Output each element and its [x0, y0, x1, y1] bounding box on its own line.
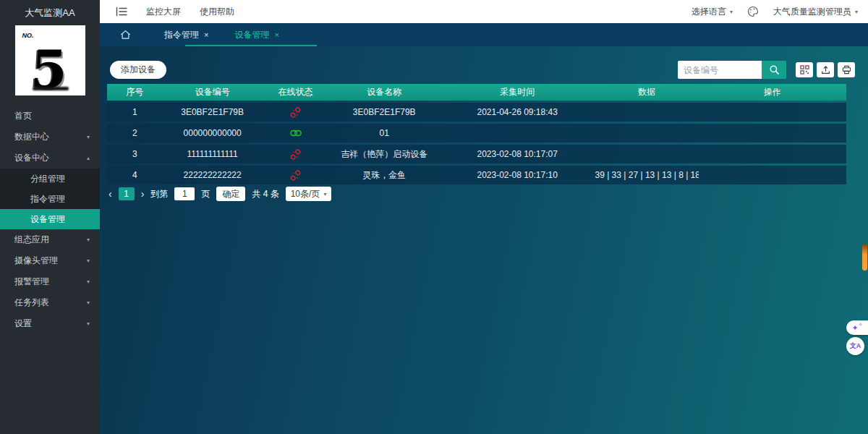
main-content: 添加设备 [100, 46, 868, 434]
nav-help[interactable]: 使用帮助 [200, 6, 234, 18]
row-index: 4 [107, 170, 163, 180]
theme-palette-icon[interactable] [747, 6, 759, 17]
sidebar: 大气监测AA NO. 5 首页 数据中心 ▾ 设备中心 ▴ 分组管理 指令管理 … [0, 0, 100, 434]
goto-label-suffix: 页 [201, 188, 210, 200]
home-icon[interactable] [120, 30, 131, 40]
pagination: ‹ 1 › 到第 页 确定 共 4 条 10条/页 ▾ [109, 187, 331, 201]
user-menu[interactable]: 大气质量监测管理员 ▾ [773, 6, 858, 18]
chevron-down-icon: ▾ [730, 9, 733, 15]
offline-icon [263, 149, 329, 160]
sidebar-item-camera-management[interactable]: 摄像头管理 ▾ [0, 250, 100, 271]
logo: NO. 5 [15, 25, 85, 95]
qr-code-button[interactable] [796, 62, 813, 77]
row-index: 1 [107, 107, 163, 117]
sidebar-item-device-management[interactable]: 设备管理 [0, 209, 100, 229]
close-icon[interactable]: × [274, 30, 278, 39]
sidebar-item-label: 数据中心 [14, 131, 49, 143]
next-page-button[interactable]: › [141, 188, 145, 200]
chevron-down-icon: ▾ [87, 134, 90, 140]
language-selector[interactable]: 选择语言 ▾ [692, 6, 733, 18]
sidebar-item-label: 首页 [14, 110, 32, 122]
chevron-up-icon: ▴ [87, 155, 90, 161]
active-tab-underline [185, 45, 317, 46]
language-label: 选择语言 [692, 6, 726, 18]
translate-icon: 文A [850, 341, 861, 351]
online-icon [263, 128, 329, 138]
tab-command-management[interactable]: 指令管理 × [164, 29, 208, 41]
tab-label: 设备管理 [234, 29, 269, 41]
scrollbar-thumb[interactable] [862, 244, 867, 271]
row-index: 2 [107, 128, 163, 138]
sidebar-item-group-management[interactable]: 分组管理 [0, 169, 100, 189]
tab-bar: 指令管理 × 设备管理 × [100, 23, 868, 46]
goto-confirm-button[interactable]: 确定 [216, 187, 245, 201]
goto-label-prefix: 到第 [150, 188, 168, 200]
page-size-value: 10条/页 [291, 188, 320, 200]
device-number: 111111111111 [163, 149, 263, 159]
search-input[interactable] [678, 61, 762, 79]
sidebar-item-label: 指令管理 [30, 193, 65, 205]
page-1-button[interactable]: 1 [119, 187, 135, 200]
sparkle-icon: ✧ [859, 322, 863, 328]
column-header: 设备编号 [163, 86, 263, 98]
logo-no-label: NO. [22, 32, 34, 39]
collapse-sidebar-icon[interactable] [116, 7, 127, 17]
total-count: 共 4 条 [252, 188, 278, 200]
chevron-down-icon: ▾ [855, 9, 858, 15]
sidebar-item-label: 设备管理 [30, 213, 65, 226]
page-size-select[interactable]: 10条/页 ▾ [286, 187, 332, 201]
device-name: 01 [329, 128, 440, 138]
qr-code-icon [800, 65, 809, 75]
device-table: 序号 设备编号 在线状态 设备名称 采集时间 数据 操作 1 3E0BF2E1F… [107, 84, 846, 184]
sidebar-item-task-list[interactable]: 任务列表 ▾ [0, 292, 100, 313]
sidebar-item-settings[interactable]: 设置 ▾ [0, 313, 100, 334]
sidebar-item-alarm-management[interactable]: 报警管理 ▾ [0, 271, 100, 292]
table-tools [796, 62, 855, 77]
export-button[interactable] [817, 62, 834, 77]
search-icon [769, 64, 780, 75]
sparkle-icon: ✦ [851, 323, 858, 333]
sidebar-item-label: 报警管理 [14, 276, 49, 288]
search-area [678, 61, 855, 79]
collect-time: 2023-02-08 10:17:07 [440, 149, 595, 159]
print-icon [842, 65, 851, 75]
tab-label: 指令管理 [164, 29, 199, 41]
device-data: 39 | 33 | 27 | 13 | 13 | 8 | 18 | 0 | 0 … [595, 170, 698, 180]
chevron-down-icon: ▾ [87, 278, 90, 285]
device-name: 灵珠，金鱼 [329, 169, 440, 182]
translate-button[interactable]: 文A [846, 337, 864, 355]
table-row: 4 222222222222 灵珠，金鱼 2023-02-08 10:17:10… [107, 166, 846, 184]
column-header: 序号 [107, 86, 163, 98]
row-index: 3 [107, 149, 163, 159]
sidebar-item-label: 摄像头管理 [14, 255, 58, 267]
sidebar-item-label: 任务列表 [14, 297, 49, 309]
nav-monitor-screen[interactable]: 监控大屏 [146, 6, 181, 18]
goto-page-input[interactable] [174, 187, 195, 200]
sidebar-item-device-center[interactable]: 设备中心 ▴ [0, 148, 100, 169]
close-icon[interactable]: × [204, 30, 208, 39]
table-row: 3 111111111111 吉祥（艳萍）启动设备 2023-02-08 10:… [107, 145, 846, 163]
chevron-down-icon: ▾ [87, 299, 90, 306]
sidebar-item-configuration-app[interactable]: 组态应用 ▾ [0, 229, 100, 250]
sidebar-item-label: 设置 [14, 318, 32, 330]
user-name: 大气质量监测管理员 [773, 6, 851, 18]
search-button[interactable] [762, 61, 786, 79]
sidebar-item-command-management[interactable]: 指令管理 [0, 189, 100, 209]
device-number: 222222222222 [163, 170, 263, 180]
chevron-down-icon: ▾ [87, 320, 90, 327]
collect-time: 2021-04-26 09:18:43 [440, 107, 595, 117]
table-header-row: 序号 设备编号 在线状态 设备名称 采集时间 数据 操作 [107, 84, 846, 101]
device-number: 3E0BF2E1F79B [163, 107, 263, 117]
prev-page-button[interactable]: ‹ [109, 188, 112, 200]
sidebar-item-label: 设备中心 [14, 152, 49, 164]
device-name: 吉祥（艳萍）启动设备 [329, 148, 440, 161]
device-number: 000000000000 [163, 128, 263, 138]
tab-device-management[interactable]: 设备管理 × [234, 29, 278, 41]
collect-time: 2023-02-08 10:17:10 [440, 170, 595, 180]
ai-sparkle-button[interactable]: ✦ ✧ [846, 320, 868, 335]
sidebar-item-home[interactable]: 首页 [0, 106, 100, 127]
column-header: 采集时间 [440, 86, 595, 98]
add-device-button[interactable]: 添加设备 [110, 61, 166, 79]
sidebar-item-data-center[interactable]: 数据中心 ▾ [0, 127, 100, 148]
print-button[interactable] [838, 62, 855, 77]
